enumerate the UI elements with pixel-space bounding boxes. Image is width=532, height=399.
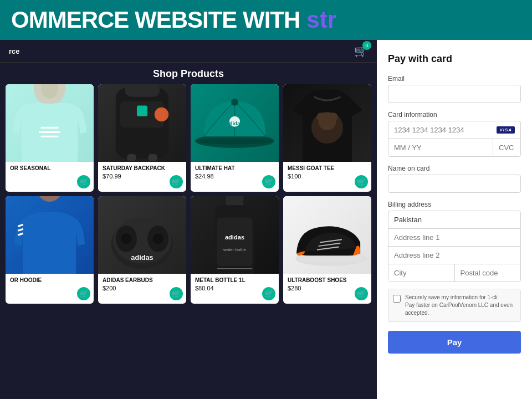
svg-rect-6 xyxy=(125,84,160,96)
svg-rect-9 xyxy=(137,105,147,116)
svg-text:water bottle: water bottle xyxy=(223,247,247,252)
svg-rect-45 xyxy=(299,255,364,262)
product-name: OR HOODIE xyxy=(10,277,89,284)
product-name: OR SEASONAL xyxy=(10,165,89,172)
card-info-box: VISA xyxy=(388,121,521,157)
svg-rect-11 xyxy=(149,154,157,161)
top-banner: OMMERCE WEBSITE WITH str xyxy=(0,0,532,40)
email-input[interactable] xyxy=(388,85,521,103)
product-image xyxy=(283,84,371,162)
product-card[interactable]: OR SEASONAL 🛒 xyxy=(6,84,94,192)
product-image xyxy=(98,84,186,162)
billing-country[interactable]: Pakistan xyxy=(388,211,520,229)
product-image: adidas xyxy=(191,84,279,162)
add-to-cart-button[interactable]: 🛒 xyxy=(170,175,183,188)
product-card[interactable]: MESSI GOAT TEE $100 🛒 xyxy=(283,84,371,192)
svg-point-30 xyxy=(121,233,131,244)
name-input[interactable] xyxy=(388,175,521,193)
main-layout: rce 🛒 0 Shop Products xyxy=(0,40,532,399)
save-info-checkbox[interactable] xyxy=(393,295,401,303)
save-text-sub: Pay faster on CarPoolVenom LLC and even … xyxy=(405,301,516,317)
shop-panel: rce 🛒 0 Shop Products xyxy=(0,40,377,399)
card-cvc-input[interactable] xyxy=(493,139,521,156)
svg-text:adidas: adidas xyxy=(225,234,244,241)
product-card[interactable]: adidas ADIDAS EARBUDS $200 🛒 xyxy=(98,196,186,304)
product-name: ULTIMATE HAT xyxy=(195,165,274,172)
add-to-cart-button[interactable]: 🛒 xyxy=(77,287,90,300)
product-image: adidas xyxy=(98,196,186,274)
product-name: METAL BOTTLE 1L xyxy=(195,277,274,284)
svg-point-15 xyxy=(231,98,238,105)
product-name: ADIDAS EARBUDS xyxy=(103,277,182,284)
svg-point-32 xyxy=(153,233,163,244)
shop-title: Shop Products xyxy=(0,63,377,84)
svg-point-8 xyxy=(155,107,168,121)
card-number-row: VISA xyxy=(388,121,520,139)
shop-logo: rce xyxy=(9,47,20,55)
product-image xyxy=(283,196,371,274)
svg-rect-37 xyxy=(217,217,253,265)
email-label: Email xyxy=(388,75,521,83)
save-info-row: Securely save my information for 1-cli P… xyxy=(388,289,521,322)
card-bottom-row xyxy=(388,139,520,156)
product-image xyxy=(6,84,94,162)
svg-rect-35 xyxy=(226,196,244,206)
name-label: Name on card xyxy=(388,165,521,172)
billing-city-input[interactable] xyxy=(388,264,455,282)
svg-rect-10 xyxy=(127,154,136,161)
product-name: SATURDAY BACKPACK xyxy=(103,165,182,172)
product-card[interactable]: SATURDAY BACKPACK $70.99 🛒 xyxy=(98,84,186,192)
shop-header: rce 🛒 0 xyxy=(0,40,377,63)
billing-city-postal xyxy=(388,264,520,282)
product-name: ULTRABOOST SHOES xyxy=(288,277,367,284)
svg-point-19 xyxy=(316,112,325,121)
banner-title: OMMERCE WEBSITE WITH xyxy=(11,7,300,33)
name-group: Name on card xyxy=(388,165,521,193)
billing-label: Billing address xyxy=(388,201,521,208)
billing-addr2-input[interactable] xyxy=(388,247,520,264)
card-info-label: Card information xyxy=(388,111,521,119)
billing-section: Billing address Pakistan xyxy=(388,201,521,282)
pay-button[interactable]: Pay xyxy=(388,331,521,354)
add-to-cart-button[interactable]: 🛒 xyxy=(355,287,368,300)
card-info-group: Card information VISA xyxy=(388,111,521,157)
visa-badge: VISA xyxy=(497,126,515,134)
product-image: adidas water bottle xyxy=(191,196,279,274)
svg-point-16 xyxy=(196,137,274,144)
pay-title: Pay with card xyxy=(388,53,521,65)
billing-addr1-input[interactable] xyxy=(388,229,520,247)
product-image xyxy=(6,196,94,274)
billing-box: Pakistan xyxy=(388,211,521,282)
cart-badge: 0 xyxy=(362,41,371,50)
product-card[interactable]: ULTRABOOST SHOES $280 🛒 xyxy=(283,196,371,304)
svg-text:adidas: adidas xyxy=(226,120,243,126)
add-to-cart-button[interactable]: 🛒 xyxy=(355,175,368,188)
email-group: Email xyxy=(388,75,521,103)
save-text-main: Securely save my information for 1-cli xyxy=(405,294,516,301)
svg-point-20 xyxy=(329,112,338,121)
cart-icon[interactable]: 🛒 0 xyxy=(354,44,368,58)
billing-postal-input[interactable] xyxy=(455,264,521,282)
payment-panel: Pay with card Email Card information VIS… xyxy=(377,40,532,399)
product-card[interactable]: OR HOODIE 🛒 xyxy=(6,196,94,304)
add-to-cart-button[interactable]: 🛒 xyxy=(77,175,90,188)
add-to-cart-button[interactable]: 🛒 xyxy=(262,287,275,300)
svg-point-21 xyxy=(37,196,62,202)
card-number-input[interactable] xyxy=(394,126,497,134)
save-info-text: Securely save my information for 1-cli P… xyxy=(405,294,516,317)
svg-text:adidas: adidas xyxy=(131,253,153,262)
add-to-cart-button[interactable]: 🛒 xyxy=(170,287,183,300)
product-card[interactable]: adidas ULTIMATE HAT $24.98 🛒 xyxy=(191,84,279,192)
banner-stripe: str xyxy=(306,7,336,33)
products-grid: OR SEASONAL 🛒 xyxy=(0,84,377,309)
product-name: MESSI GOAT TEE xyxy=(288,165,367,172)
add-to-cart-button[interactable]: 🛒 xyxy=(262,175,275,188)
product-card[interactable]: adidas water bottle METAL BOTTLE 1L $80.… xyxy=(191,196,279,304)
card-expiry-input[interactable] xyxy=(388,139,493,156)
